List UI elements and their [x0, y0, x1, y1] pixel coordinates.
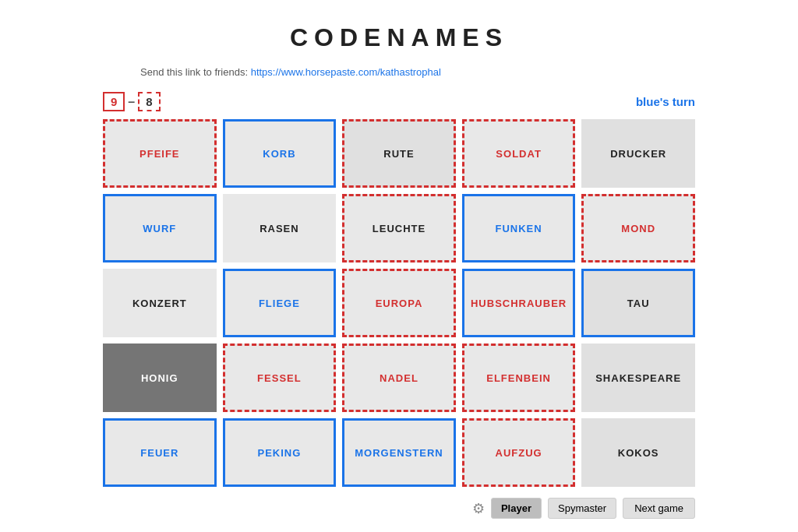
- card-cell[interactable]: KORB: [223, 119, 337, 188]
- card-cell[interactable]: DRUCKER: [581, 119, 695, 188]
- card-cell[interactable]: TAU: [581, 269, 695, 337]
- player-button[interactable]: Player: [491, 498, 542, 519]
- card-cell[interactable]: PEKING: [223, 418, 337, 487]
- card-cell[interactable]: HUBSCHRAUBER: [462, 269, 576, 337]
- card-cell[interactable]: PFEIFE: [103, 119, 217, 188]
- card-cell[interactable]: AUFZUG: [462, 418, 576, 487]
- next-game-button[interactable]: Next game: [623, 498, 695, 519]
- card-cell[interactable]: HONIG: [103, 344, 217, 412]
- card-cell[interactable]: FLIEGE: [223, 269, 337, 337]
- card-cell[interactable]: RASEN: [223, 194, 337, 262]
- page: CODENAMES Send this link to friends: htt…: [0, 0, 798, 532]
- score-left: 9 – 8: [103, 92, 161, 111]
- card-cell[interactable]: EUROPA: [342, 269, 456, 337]
- turn-label: blue's turn: [636, 95, 695, 108]
- card-cell[interactable]: SHAKESPEARE: [581, 344, 695, 412]
- card-cell[interactable]: RUTE: [342, 119, 456, 188]
- footer: ⚙ Player Spymaster Next game: [103, 498, 695, 527]
- card-cell[interactable]: ELFENBEIN: [462, 344, 576, 412]
- card-cell[interactable]: NADEL: [342, 344, 456, 412]
- page-title: CODENAMES: [290, 23, 508, 52]
- card-cell[interactable]: SOLDAT: [462, 119, 576, 188]
- card-grid: PFEIFEKORBRUTESOLDATDRUCKERWURFRASENLEUC…: [103, 119, 695, 487]
- card-cell[interactable]: MOND: [581, 194, 695, 262]
- card-cell[interactable]: FESSEL: [223, 344, 337, 412]
- card-cell[interactable]: WURF: [103, 194, 217, 262]
- card-cell[interactable]: FUNKEN: [462, 194, 576, 262]
- score-row: 9 – 8 blue's turn: [103, 92, 695, 111]
- share-section: Send this link to friends: https://www.h…: [140, 66, 441, 78]
- card-cell[interactable]: MORGENSTERN: [342, 418, 456, 487]
- card-cell[interactable]: KONZERT: [103, 269, 217, 337]
- card-cell[interactable]: KOKOS: [581, 418, 695, 487]
- score-red: 9: [103, 92, 125, 111]
- score-blue: 8: [138, 92, 160, 111]
- game-area: 9 – 8 blue's turn PFEIFEKORBRUTESOLDATDR…: [103, 92, 695, 527]
- gear-icon[interactable]: ⚙: [472, 500, 485, 517]
- card-cell[interactable]: FEUER: [103, 418, 217, 487]
- spymaster-button[interactable]: Spymaster: [548, 498, 616, 519]
- score-separator: –: [128, 95, 135, 109]
- card-cell[interactable]: LEUCHTE: [342, 194, 456, 262]
- share-link[interactable]: https://www.horsepaste.com/kathastrophal: [251, 66, 441, 78]
- share-label: Send this link to friends:: [140, 66, 248, 78]
